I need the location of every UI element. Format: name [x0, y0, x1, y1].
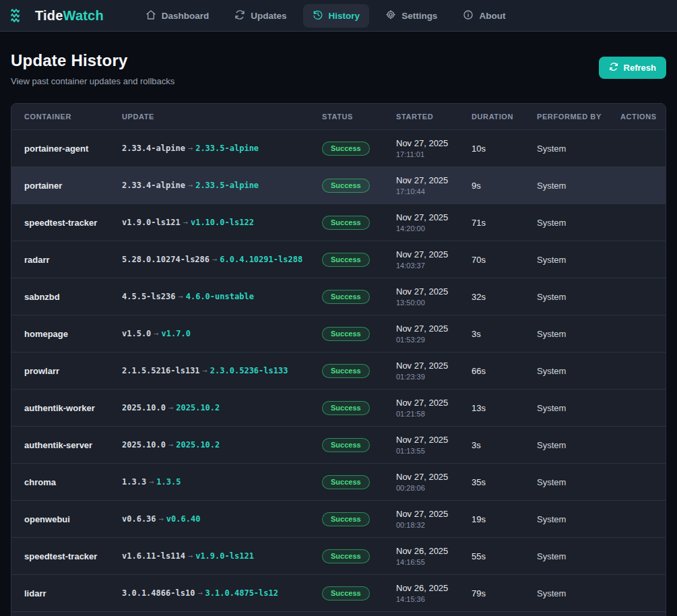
table-row[interactable]: portainer 2.33.4-alpine→2.33.5-alpine Su… [11, 166, 666, 204]
table-row[interactable]: openwebui v0.6.36→v0.6.40 Success Nov 27… [11, 500, 666, 537]
container-name: radarr [11, 255, 109, 265]
performed-by-cell: System [524, 440, 608, 450]
update-versions: 5.28.0.10274-ls286→6.0.4.10291-ls288 [109, 255, 309, 264]
table-row[interactable]: radarr 5.28.0.10274-ls286→6.0.4.10291-ls… [11, 241, 666, 278]
started-date: Nov 26, 2025 [396, 546, 459, 556]
status-cell: Success [309, 475, 383, 489]
refresh-icon [609, 62, 618, 73]
duration-cell: 79s [459, 588, 524, 598]
duration-cell: 71s [459, 218, 524, 228]
performed-by-cell: System [524, 477, 608, 487]
update-versions: v1.5.0→v1.7.0 [109, 329, 309, 338]
status-cell: Success [309, 253, 383, 267]
status-badge: Success [322, 179, 370, 193]
started-time: 17:10:44 [396, 187, 459, 195]
status-badge: Success [322, 586, 370, 600]
column-header-container: Container [11, 113, 109, 121]
started-time: 01:13:55 [396, 447, 459, 455]
started-date: Nov 27, 2025 [396, 324, 459, 334]
status-cell: Success [309, 512, 383, 526]
container-name: lidarr [11, 588, 109, 598]
table-row[interactable]: authentik-server 2025.10.0→2025.10.2 Suc… [11, 426, 666, 463]
table-row-clipped [11, 611, 666, 616]
top-nav: TideWatch Dashboard Updates History Sett… [0, 0, 677, 32]
version-old: v1.5.0 [122, 329, 151, 338]
nav-item-label: Updates [251, 11, 286, 21]
version-old: v1.9.0-ls121 [122, 218, 181, 227]
refresh-button-label: Refresh [624, 63, 656, 73]
started-cell: Nov 26, 2025 14:16:55 [383, 546, 459, 566]
version-old: 5.28.0.10274-ls286 [122, 255, 209, 264]
performed-by-cell: System [524, 366, 608, 376]
arrow-icon: → [185, 551, 195, 561]
arrow-icon: → [146, 477, 156, 487]
table-row[interactable]: lidarr 3.0.1.4866-ls10→3.1.0.4875-ls12 S… [11, 574, 666, 611]
started-cell: Nov 27, 2025 17:10:44 [383, 175, 459, 195]
status-cell: Success [309, 586, 383, 600]
update-versions: 3.0.1.4866-ls10→3.1.0.4875-ls12 [109, 588, 309, 598]
container-name: chroma [11, 477, 109, 487]
version-old: 4.5.5-ls236 [122, 292, 175, 301]
nav-item-settings[interactable]: Settings [376, 4, 447, 28]
table-row[interactable]: speedtest-tracker v1.9.0-ls121→v1.10.0-l… [11, 204, 666, 241]
started-time: 01:21:58 [396, 410, 459, 418]
version-new: 3.1.0.4875-ls12 [205, 588, 278, 598]
status-badge: Success [322, 401, 370, 415]
started-date: Nov 27, 2025 [396, 398, 459, 408]
table-row[interactable]: authentik-worker 2025.10.0→2025.10.2 Suc… [11, 389, 666, 426]
started-cell: Nov 27, 2025 01:13:55 [383, 435, 459, 455]
started-cell: Nov 26, 2025 14:15:36 [383, 583, 459, 603]
version-old: 2.1.5.5216-ls131 [122, 366, 200, 375]
status-cell: Success [309, 179, 383, 193]
nav-item-about[interactable]: About [453, 4, 515, 28]
arrow-icon: → [166, 403, 176, 412]
duration-cell: 3s [459, 329, 524, 339]
arrow-icon: → [175, 292, 185, 301]
container-name: speedtest-tracker [11, 551, 109, 561]
arrow-icon: → [181, 218, 191, 227]
waves-logo-icon [11, 7, 29, 24]
nav-item-history[interactable]: History [303, 4, 370, 28]
sync-icon [234, 9, 245, 22]
status-badge: Success [322, 216, 370, 230]
update-versions: v1.9.0-ls121→v1.10.0-ls122 [109, 218, 309, 227]
duration-cell: 13s [459, 403, 524, 413]
table-body: portainer-agent 2.33.4-alpine→2.33.5-alp… [11, 129, 666, 611]
duration-cell: 10s [459, 144, 524, 154]
refresh-button[interactable]: Refresh [599, 57, 666, 79]
version-new: 6.0.4.10291-ls288 [220, 255, 302, 264]
column-header-status: Status [309, 113, 383, 121]
duration-cell: 3s [459, 440, 524, 450]
container-name: speedtest-tracker [11, 218, 109, 228]
update-versions: 2.1.5.5216-ls131→2.3.0.5236-ls133 [109, 366, 309, 375]
nav-item-updates[interactable]: Updates [225, 4, 296, 28]
version-old: 2025.10.0 [122, 440, 166, 450]
container-name: portainer-agent [11, 144, 109, 154]
arrow-icon: → [209, 255, 220, 264]
gear-icon [385, 9, 396, 22]
table-row[interactable]: sabnzbd 4.5.5-ls236→4.6.0-unstable Succe… [11, 278, 666, 315]
started-cell: Nov 27, 2025 17:11:01 [383, 138, 459, 158]
started-date: Nov 27, 2025 [396, 175, 459, 185]
version-new: 2.33.5-alpine [195, 181, 259, 190]
status-badge: Success [322, 364, 370, 378]
started-cell: Nov 27, 2025 14:20:00 [383, 212, 459, 233]
history-clock-icon [313, 9, 323, 22]
table-row[interactable]: portainer-agent 2.33.4-alpine→2.33.5-alp… [11, 129, 666, 166]
nav-item-dashboard[interactable]: Dashboard [136, 4, 219, 28]
status-cell: Success [309, 290, 383, 304]
table-row[interactable]: homepage v1.5.0→v1.7.0 Success Nov 27, 2… [11, 315, 666, 352]
started-date: Nov 27, 2025 [396, 509, 459, 519]
version-new: 2025.10.2 [176, 440, 220, 450]
container-name: homepage [11, 329, 109, 339]
main-content: Update History View past container updat… [0, 51, 677, 616]
table-row[interactable]: prowlarr 2.1.5.5216-ls131→2.3.0.5236-ls1… [11, 352, 666, 389]
started-time: 13:50:00 [396, 299, 459, 307]
table-row[interactable]: chroma 1.3.3→1.3.5 Success Nov 27, 2025 … [11, 463, 666, 500]
update-versions: 2025.10.0→2025.10.2 [109, 403, 309, 412]
started-cell: Nov 27, 2025 01:53:29 [383, 324, 459, 344]
table-row[interactable]: speedtest-tracker v1.6.11-ls114→v1.9.0-l… [11, 537, 666, 574]
page-title: Update History [11, 51, 174, 70]
duration-cell: 70s [459, 255, 524, 265]
brand[interactable]: TideWatch [11, 7, 104, 24]
